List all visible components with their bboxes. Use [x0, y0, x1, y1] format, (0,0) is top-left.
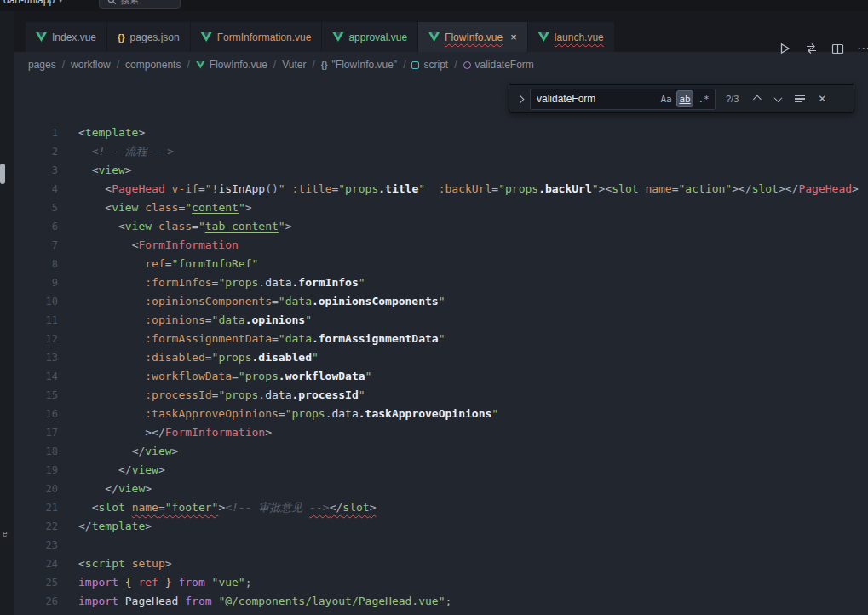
- breadcrumb-separator: /: [273, 59, 276, 71]
- line-number[interactable]: 16: [14, 405, 58, 423]
- tab-FlowInfo.vue[interactable]: FlowInfo.vue×: [418, 22, 527, 52]
- line-number[interactable]: 19: [14, 461, 58, 480]
- line-number[interactable]: 22: [14, 517, 58, 536]
- tab-FormInformation.vue[interactable]: FormInformation.vue: [191, 22, 322, 52]
- code-line[interactable]: 20 </view>: [14, 480, 868, 498]
- line-number[interactable]: 18: [14, 442, 58, 461]
- code-text: <FormInformation: [58, 236, 239, 255]
- code-line[interactable]: 8 ref="formInfoRef": [14, 255, 868, 273]
- whole-word-button[interactable]: ab: [676, 90, 693, 107]
- find-input[interactable]: [537, 93, 656, 105]
- code-line[interactable]: 2 <!-- 流程 -->: [14, 142, 868, 161]
- find-next-button[interactable]: [769, 90, 786, 107]
- line-number[interactable]: 23: [14, 536, 58, 555]
- line-number[interactable]: 6: [14, 217, 58, 236]
- line-number[interactable]: 20: [14, 480, 58, 498]
- vue-file-icon: [196, 61, 205, 69]
- code-text: <view class="content">: [58, 198, 252, 217]
- code-line[interactable]: 26import PageHead from "@/components/lay…: [14, 592, 868, 611]
- line-number[interactable]: 24: [14, 555, 58, 573]
- code-line[interactable]: 9 :formInfos="props.data.formInfos": [14, 273, 868, 292]
- tab-approval.vue[interactable]: approval.vue: [322, 22, 417, 52]
- breadcrumb-item-components[interactable]: components: [125, 59, 181, 71]
- code-line[interactable]: 15 :processId="props.data.processId": [14, 386, 868, 405]
- code-line[interactable]: 24<script setup>: [14, 555, 868, 573]
- code-text: :opinionsComponents="data.opinionsCompon…: [58, 292, 445, 311]
- code-line[interactable]: 22</template>: [14, 517, 868, 536]
- chevron-down-icon: ▾: [59, 0, 63, 4]
- run-button[interactable]: [777, 41, 792, 56]
- regex-button[interactable]: .*: [695, 90, 712, 107]
- find-close-button[interactable]: ✕: [813, 90, 831, 107]
- json-file-icon: {}: [118, 32, 125, 43]
- code-line[interactable]: 10 :opinionsComponents="data.opinionsCom…: [14, 292, 868, 311]
- open-changes-button[interactable]: [803, 41, 819, 56]
- project-name[interactable]: dan-uniapp: [3, 0, 55, 6]
- breadcrumb-item-script[interactable]: script: [411, 59, 448, 71]
- code-line[interactable]: 23: [14, 536, 868, 555]
- global-search-box[interactable]: 搜索: [99, 0, 181, 9]
- breadcrumb-item-Vuter[interactable]: Vuter: [282, 59, 306, 71]
- braces-icon: {}: [321, 60, 328, 70]
- line-number[interactable]: 15: [14, 386, 58, 405]
- code-area[interactable]: 1<template>2 <!-- 流程 -->3 <view>4 <PageH…: [14, 124, 868, 615]
- line-number[interactable]: 1: [14, 124, 58, 142]
- line-number[interactable]: 17: [14, 423, 58, 442]
- line-number[interactable]: 25: [14, 573, 58, 592]
- code-line[interactable]: 4 <PageHead v-if="!isInApp()" :title="pr…: [14, 180, 868, 198]
- code-line[interactable]: 13 :disabled="props.disabled": [14, 348, 868, 367]
- code-line[interactable]: 21 <slot name="footer"><!-- 审批意见 --></sl…: [14, 498, 868, 517]
- vue-file-icon: [428, 32, 440, 42]
- code-line[interactable]: 16 :taskApproveOpinions="props.data.task…: [14, 405, 868, 423]
- line-number[interactable]: 3: [14, 161, 58, 180]
- line-number[interactable]: 14: [14, 367, 58, 386]
- code-line[interactable]: 11 :opinions="data.opinions": [14, 311, 868, 330]
- line-number[interactable]: 21: [14, 498, 58, 517]
- find-in-selection-button[interactable]: [791, 90, 808, 107]
- split-editor-button[interactable]: [830, 41, 845, 56]
- line-number[interactable]: 13: [14, 348, 58, 367]
- close-icon[interactable]: ×: [510, 32, 517, 43]
- find-previous-button[interactable]: [747, 90, 764, 107]
- breadcrumb-item-FlowInfo.vue[interactable]: {}"FlowInfo.vue": [321, 59, 397, 71]
- toggle-replace-button[interactable]: [514, 96, 525, 102]
- code-line[interactable]: 1<template>: [14, 124, 868, 142]
- code-line[interactable]: 12 :formAssignmentData="data.formAssignm…: [14, 330, 868, 348]
- tab-launch.vue[interactable]: launch.vue: [528, 22, 614, 52]
- more-actions-button[interactable]: ⋯: [856, 41, 868, 56]
- activity-bar[interactable]: e: [0, 11, 14, 615]
- search-icon: [107, 0, 117, 5]
- line-number[interactable]: 11: [14, 311, 58, 330]
- code-line[interactable]: 18 </view>: [14, 442, 868, 461]
- breadcrumb-item-workflow[interactable]: workflow: [71, 59, 111, 71]
- code-line[interactable]: 7 <FormInformation: [14, 236, 868, 255]
- symbol-script-icon: [411, 61, 419, 69]
- tab-Index.vue[interactable]: Index.vue: [26, 22, 106, 52]
- code-line[interactable]: 25import { ref } from "vue";: [14, 573, 868, 592]
- code-line[interactable]: 6 <view class="tab-content">: [14, 217, 868, 236]
- code-line[interactable]: 14 :workflowData="props.workflowData": [14, 367, 868, 386]
- breadcrumb-item-FlowInfo.vue[interactable]: FlowInfo.vue: [196, 59, 267, 71]
- chevron-up-icon: [753, 95, 762, 103]
- code-line[interactable]: 19 </view>: [14, 461, 868, 480]
- breadcrumb-item-pages[interactable]: pages: [28, 59, 56, 71]
- line-number[interactable]: 26: [14, 592, 58, 611]
- vue-file-icon: [538, 32, 549, 42]
- code-line[interactable]: 17 ></FormInformation>: [14, 423, 868, 442]
- line-number[interactable]: 8: [14, 255, 58, 273]
- line-number[interactable]: 2: [14, 142, 58, 161]
- line-number[interactable]: 10: [14, 292, 58, 311]
- chevron-down-icon: [773, 94, 782, 102]
- line-number[interactable]: 9: [14, 273, 58, 292]
- line-number[interactable]: 4: [14, 180, 58, 198]
- line-number[interactable]: 7: [14, 236, 58, 255]
- breadcrumb-item-validateForm[interactable]: validateForm: [463, 59, 534, 71]
- code-text: ></FormInformation>: [58, 423, 272, 442]
- match-case-button[interactable]: Aa: [658, 90, 675, 107]
- line-number[interactable]: 12: [14, 330, 58, 348]
- code-line[interactable]: 3 <view>: [14, 161, 868, 180]
- code-line[interactable]: 5 <view class="content">: [14, 198, 868, 217]
- line-number[interactable]: 5: [14, 198, 58, 217]
- tab-pages.json[interactable]: {}pages.json: [107, 22, 190, 52]
- find-input-wrap: Aa ab .*: [530, 89, 716, 110]
